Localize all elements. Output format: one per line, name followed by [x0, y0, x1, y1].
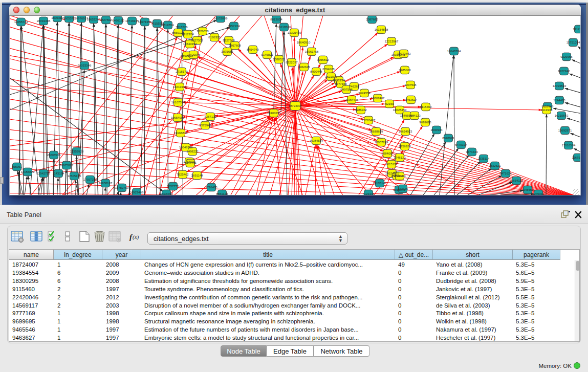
- svg-text:12213369: 12213369: [173, 85, 187, 89]
- svg-text:6466160: 6466160: [112, 19, 124, 22]
- svg-text:17016504: 17016504: [562, 144, 576, 147]
- svg-text:6497568: 6497568: [340, 88, 353, 91]
- svg-text:12942757: 12942757: [37, 172, 51, 175]
- svg-text:6479197: 6479197: [455, 143, 467, 146]
- svg-text:8454749: 8454749: [247, 48, 259, 51]
- svg-text:1527602: 1527602: [100, 18, 112, 21]
- svg-text:5375941: 5375941: [199, 124, 211, 127]
- svg-text:1312254: 1312254: [573, 28, 581, 31]
- svg-text:10688609: 10688609: [369, 130, 383, 133]
- svg-text:14136141: 14136141: [373, 182, 387, 185]
- svg-text:133426: 133426: [398, 187, 408, 190]
- svg-text:16210643: 16210643: [555, 114, 569, 117]
- svg-text:12505135: 12505135: [68, 174, 81, 178]
- svg-text:19384554: 19384554: [310, 139, 323, 142]
- svg-text:9327503: 9327503: [191, 39, 203, 42]
- svg-text:20053346: 20053346: [78, 64, 92, 67]
- svg-text:7515526: 7515526: [176, 26, 188, 29]
- svg-text:855061: 855061: [12, 165, 23, 168]
- svg-text:16154838: 16154838: [375, 28, 388, 31]
- svg-text:16648784: 16648784: [447, 50, 461, 53]
- svg-text:16107554: 16107554: [171, 101, 185, 104]
- svg-text:7986322: 7986322: [355, 108, 367, 112]
- svg-text:9463627: 9463627: [405, 98, 417, 101]
- svg-text:9329965: 9329965: [560, 55, 573, 58]
- svg-text:1615132: 1615132: [385, 163, 398, 166]
- svg-text:1640934: 1640934: [430, 128, 443, 132]
- svg-text:20364436: 20364436: [345, 98, 359, 101]
- svg-text:9604123: 9604123: [408, 114, 421, 117]
- svg-text:7632621: 7632621: [489, 164, 501, 167]
- svg-text:16543392: 16543392: [183, 42, 197, 46]
- svg-text:10046758: 10046758: [179, 146, 193, 149]
- svg-text:20091406: 20091406: [37, 19, 51, 23]
- svg-text:23420046: 23420046: [187, 53, 201, 56]
- svg-text:10025453: 10025453: [393, 108, 407, 112]
- svg-text:13325419: 13325419: [288, 31, 301, 34]
- svg-text:(x): (x): [133, 234, 139, 240]
- svg-text:2935114: 2935114: [478, 157, 490, 160]
- svg-text:3481234: 3481234: [184, 162, 197, 165]
- svg-text:9084067: 9084067: [381, 152, 394, 155]
- svg-text:19654985: 19654985: [171, 116, 185, 119]
- svg-text:3267130: 3267130: [204, 115, 216, 118]
- svg-text:17957255: 17957255: [83, 178, 97, 181]
- svg-text:9605570: 9605570: [63, 17, 75, 20]
- svg-text:20206536: 20206536: [47, 154, 61, 157]
- svg-text:16033809: 16033809: [214, 17, 228, 20]
- svg-text:9327508: 9327508: [223, 39, 235, 42]
- svg-text:18640910: 18640910: [297, 41, 311, 44]
- svg-text:9115460: 9115460: [420, 105, 432, 108]
- svg-text:7625402: 7625402: [177, 173, 189, 176]
- svg-text:1692346: 1692346: [160, 192, 172, 195]
- svg-text:7357224: 7357224: [228, 25, 240, 28]
- svg-text:8938923: 8938923: [442, 137, 454, 140]
- svg-text:19654923: 19654923: [399, 130, 412, 133]
- svg-text:8186328: 8186328: [208, 36, 221, 39]
- svg-text:1244415: 1244415: [553, 99, 565, 102]
- svg-text:3226058: 3226058: [197, 30, 209, 33]
- svg-text:18300295: 18300295: [267, 112, 281, 115]
- svg-text:7123341: 7123341: [362, 192, 375, 195]
- svg-text:1806312: 1806312: [51, 16, 63, 19]
- svg-text:12213967: 12213967: [385, 40, 399, 43]
- svg-text:10654112: 10654112: [510, 179, 524, 182]
- svg-text:1297515: 1297515: [404, 83, 417, 86]
- svg-text:7955812: 7955812: [317, 58, 329, 61]
- svg-text:12093822: 12093822: [553, 84, 567, 87]
- svg-text:9118946: 9118946: [542, 105, 554, 108]
- svg-text:8912954: 8912954: [182, 33, 194, 36]
- svg-text:16782759: 16782759: [115, 186, 129, 189]
- svg-text:8990448: 8990448: [310, 70, 322, 73]
- svg-text:3875685: 3875685: [221, 50, 233, 53]
- svg-text:1498222: 1498222: [186, 150, 199, 153]
- svg-text:6794028: 6794028: [322, 68, 335, 71]
- svg-text:1143194: 1143194: [53, 172, 65, 175]
- svg-text:10719135: 10719135: [125, 19, 139, 23]
- svg-text:62160: 62160: [385, 102, 394, 105]
- svg-text:9777169: 9777169: [335, 82, 347, 85]
- svg-text:18807249: 18807249: [375, 141, 388, 144]
- svg-text:1621072: 1621072: [325, 75, 337, 78]
- svg-text:19218506: 19218506: [277, 26, 291, 29]
- svg-text:15720407: 15720407: [362, 119, 376, 122]
- svg-text:9245652: 9245652: [521, 188, 534, 191]
- svg-text:18724007: 18724007: [289, 104, 302, 107]
- svg-text:9113939: 9113939: [541, 108, 553, 112]
- svg-text:2718170: 2718170: [176, 70, 188, 73]
- svg-text:10975887: 10975887: [60, 164, 74, 167]
- svg-text:8322037: 8322037: [286, 61, 298, 64]
- svg-text:9245012: 9245012: [532, 192, 545, 195]
- svg-text:17359928: 17359928: [70, 150, 84, 153]
- svg-text:19166825: 19166825: [174, 132, 188, 135]
- svg-text:10973493: 10973493: [397, 52, 411, 55]
- svg-text:1167533: 1167533: [572, 156, 581, 159]
- svg-text:9474444: 9474444: [466, 150, 478, 154]
- svg-text:15692971: 15692971: [558, 129, 572, 132]
- svg-text:746266: 746266: [349, 85, 360, 88]
- svg-text:8471626: 8471626: [499, 172, 512, 175]
- svg-text:16961758: 16961758: [305, 50, 319, 53]
- svg-text:2087682: 2087682: [366, 18, 378, 21]
- svg-text:8861123: 8861123: [216, 192, 229, 195]
- svg-text:2541234: 2541234: [394, 174, 406, 178]
